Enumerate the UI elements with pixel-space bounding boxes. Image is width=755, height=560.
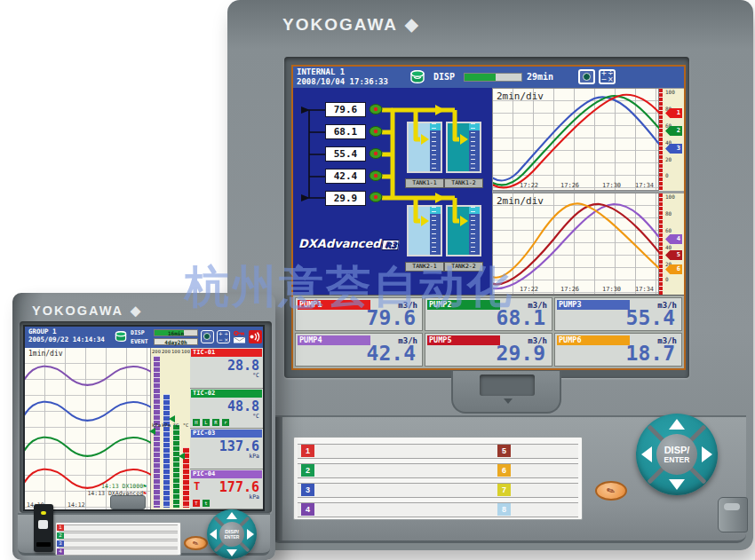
memory-drum-icon <box>114 330 128 347</box>
arrow-up-key[interactable] <box>226 512 237 519</box>
flow-value: 29.9 <box>325 191 366 206</box>
door-latch-small[interactable] <box>110 495 146 509</box>
scale-bar <box>659 89 663 191</box>
pump-name: PUMP5 <box>427 335 500 345</box>
arrow-down-key[interactable] <box>669 479 685 490</box>
sound-alarm-icon <box>249 330 262 343</box>
channel-number-tag: 5 <box>497 445 511 457</box>
time-tick: 17:26 <box>560 182 579 189</box>
channel-unit: °C <box>252 413 259 420</box>
channel-number-tag: 3 <box>57 540 64 547</box>
screen-main-large: 79.6 68.1 55.4 42.4 29.9 TANK1-1 TANK1-2… <box>293 88 684 295</box>
disp-enter-key[interactable]: DISP/ENTER <box>656 434 697 475</box>
snapshot-camera-icon <box>201 330 214 343</box>
gauge-unit: °C <box>171 422 181 428</box>
door-latch[interactable] <box>451 371 561 414</box>
channel-name: TIC-02 <box>191 390 262 398</box>
channel-unit: kPa <box>249 453 259 460</box>
time-remaining: 29min <box>527 72 553 82</box>
digital-channel-column: TIC-01 28.8 °C TIC-02 48.8 °C H L R r <box>190 348 263 509</box>
pump-cell: PUMP5m3/h29.9 <box>425 333 552 367</box>
group-name: INTERNAL 1 <box>297 67 345 76</box>
channel-number-tag: 7 <box>497 484 511 496</box>
arrow-left-key[interactable] <box>210 529 217 540</box>
trend-plot: 2min/div 17:22 17:26 17:30 17:34 <box>492 193 659 295</box>
memory-progress-fill <box>465 74 496 81</box>
annotation-text: 14:13 DX1000 <box>101 483 143 490</box>
screen-header-large: INTERNAL 12008/10/04 17:36:33 DISP 29min… <box>293 67 684 88</box>
green-flag-icon: ⚑ <box>143 483 147 490</box>
scale-tick: 80 <box>665 211 672 217</box>
bar-gauge-panel: 200 200 100 100 kPa kPa °C °C <box>151 348 190 509</box>
screen-small: GROUP 12005/09/22 14:14:34 DISP EVENT 16… <box>23 325 265 511</box>
trend-chart-top: 2min/div 17:22 17:26 17:30 17:34 100 80 … <box>492 88 684 191</box>
eject-button[interactable] <box>38 520 48 529</box>
key-lock-button[interactable]: ✎ <box>184 536 208 550</box>
pen-icon: ✎ <box>192 539 201 548</box>
time-tick: 17:22 <box>520 286 538 293</box>
trend-interval: 1min/div <box>28 350 63 358</box>
gauge-scale: 200 <box>152 349 162 354</box>
time-tick: 14:12 <box>68 501 85 509</box>
channel-number-tag: 3 <box>301 484 314 496</box>
flow-value: 42.4 <box>325 169 366 184</box>
trend-chart-column: 2min/div 17:22 17:26 17:30 17:34 100 80 … <box>492 88 684 295</box>
side-latch[interactable] <box>718 497 748 532</box>
recorder-large: YOKOGAWA◆ INTERNAL 12008/10/04 17:36:33 … <box>227 0 753 550</box>
latch-grip[interactable] <box>480 375 535 396</box>
channel-name: PIC-03 <box>191 430 262 438</box>
label-row <box>59 525 178 532</box>
brand-text: YOKOGAWA <box>282 15 398 34</box>
disp-remaining-bar: 16min <box>154 329 198 336</box>
channel-name: TIC-01 <box>191 349 262 357</box>
gauge-scale: 200 <box>162 349 171 354</box>
arrow-left-key[interactable] <box>641 446 652 462</box>
camera-lens <box>203 333 211 340</box>
scale-panel: 100 80 60 40 20 0 1 2 3 <box>659 88 684 191</box>
latch-arrow-icon <box>504 398 513 404</box>
alarm-indicator: L <box>203 419 210 426</box>
pump-name: PUMP4 <box>298 335 370 345</box>
label-row <box>298 502 578 517</box>
group-name: GROUP 1 <box>28 327 57 335</box>
label-row <box>298 444 578 459</box>
disp-enter-key[interactable]: DISP/ENTER <box>219 522 244 547</box>
disp-label: DISP/ <box>664 445 690 455</box>
memory-progress-bar <box>464 73 522 82</box>
nav-pad-large: DISP/ENTER <box>636 414 718 495</box>
arrow-up-key[interactable] <box>669 419 685 430</box>
trend-plot: 2min/div 17:22 17:26 17:30 17:34 <box>492 88 659 191</box>
pump-name: PUMP1 <box>298 300 370 310</box>
disp-label: DISP <box>131 329 145 336</box>
channel-number-tag: 4 <box>301 503 314 516</box>
time-tick: 17:22 <box>520 182 538 189</box>
card-slot[interactable] <box>36 542 51 547</box>
time-tick: 17:30 <box>602 286 621 293</box>
trend-chart-bottom: 2min/div 17:22 17:26 17:30 17:34 100 80 … <box>492 191 684 295</box>
key-lock-button[interactable]: ✎ <box>595 481 627 501</box>
event-remaining-bar: 4day20h <box>154 338 198 345</box>
alarm-indicator: H <box>193 419 200 426</box>
channel-cell: PIC-03 137.6 kPa <box>190 429 263 469</box>
channel-number-tag: 1 <box>57 525 64 531</box>
pump-cell: PUMP2m3/h68.1 <box>425 297 552 331</box>
channel-cell: PIC-04 T 177.6 kPa T t <box>190 469 263 510</box>
time-tick: 17:34 <box>635 286 654 293</box>
screen-header-small: GROUP 12005/09/22 14:14:34 DISP EVENT 16… <box>25 327 263 348</box>
pump-value: 79.6 <box>367 306 416 329</box>
camera-lens <box>583 73 591 81</box>
scale-tick: 100 <box>665 194 675 200</box>
scale-tick: 20 <box>665 157 672 162</box>
arrow-down-key[interactable] <box>226 549 237 556</box>
alarm-indicator: r <box>222 419 229 426</box>
time-tick: 17:30 <box>602 182 621 189</box>
group-and-datetime: GROUP 12005/09/22 14:14:34 <box>28 327 105 343</box>
arrow-right-key[interactable] <box>247 529 254 540</box>
scale-tick: 40 <box>665 245 672 250</box>
scale-tick: 100 <box>665 90 675 95</box>
scale-bar <box>659 193 663 295</box>
arrow-right-key[interactable] <box>702 446 712 462</box>
label-row <box>298 463 578 478</box>
channel-label-card: 1 2 3 4 <box>55 522 181 556</box>
channel-cell: TIC-01 28.8 °C <box>190 348 263 389</box>
